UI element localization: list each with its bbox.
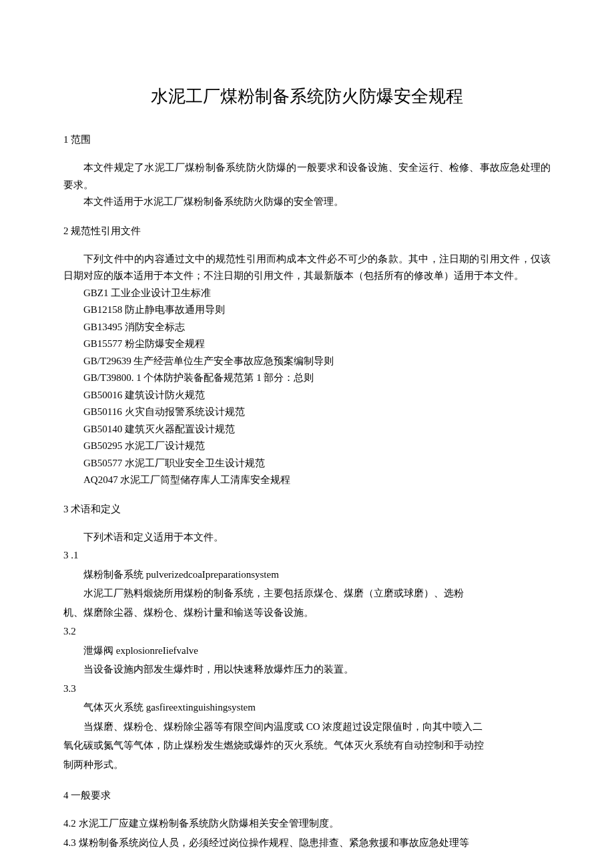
definition-3-1-term: 煤粉制备系统 pulverizedcoaIpreparationsystem bbox=[63, 565, 551, 584]
reference-item: GB/T29639 生产经营单位生产安全事故应急预案编制导则 bbox=[63, 353, 551, 370]
document-page: 水泥工厂煤粉制备系统防火防爆安全规程 1 范围 本文件规定了水泥工厂煤粉制备系统… bbox=[0, 0, 614, 868]
section-2-heading: 2 规范性引用文件 bbox=[63, 223, 551, 239]
definition-3-3-number: 3.3 bbox=[63, 679, 551, 699]
section-3-intro: 下列术语和定义适用于本文件。 bbox=[63, 529, 551, 546]
definition-3-2-term: 泄爆阀 explosionreIiefvalve bbox=[63, 641, 551, 661]
definition-3-2-desc: 当设备设施内部发生爆炸时，用以快速释放爆炸压力的装置。 bbox=[63, 660, 551, 679]
document-title: 水泥工厂煤粉制备系统防火防爆安全规程 bbox=[63, 85, 551, 108]
definition-3-3-desc: 当煤磨、煤粉仓、煤粉除尘器等有限空间内温度或 CO 浓度超过设定限值时，向其中喷… bbox=[63, 717, 551, 737]
section-4-heading: 4 一般要求 bbox=[63, 787, 551, 803]
reference-item: AQ2047 水泥工厂筒型储存库人工清库安全规程 bbox=[63, 472, 551, 489]
reference-item: GB50295 水泥工厂设计规范 bbox=[63, 438, 551, 455]
section-4-item-1: 4.2 水泥工厂应建立煤粉制备系统防火防爆相关安全管理制度。 bbox=[63, 814, 551, 833]
reference-item: GB50140 建筑灭火器配置设计规范 bbox=[63, 421, 551, 438]
section-2-intro: 下列文件中的内容通过文中的规范性引用而构成本文件必不可少的条款。其中，注日期的引… bbox=[63, 251, 551, 285]
reference-item: GBZ1 工业企业设计卫生标准 bbox=[63, 285, 551, 302]
reference-item: GB13495 消防安全标志 bbox=[63, 319, 551, 336]
definition-3-3-term: 气体灭火系统 gasfireextinguishingsystem bbox=[63, 698, 551, 717]
reference-item: GB50116 火灾自动报警系统设计规范 bbox=[63, 404, 551, 421]
section-1-heading: 1 范围 bbox=[63, 131, 551, 147]
section-1-para-2: 本文件适用于水泥工厂煤粉制备系统防火防爆的安全管理。 bbox=[63, 193, 551, 211]
section-3-heading: 3 术语和定义 bbox=[63, 501, 551, 517]
definition-3-1-desc-cont: 机、煤磨除尘器、煤粉仓、煤粉计量和输送等设备设施。 bbox=[63, 603, 551, 622]
definition-3-1-number: 3 .1 bbox=[63, 546, 551, 565]
definition-3-3-desc-cont2: 制两种形式。 bbox=[63, 755, 551, 775]
definition-3-2-number: 3.2 bbox=[63, 622, 551, 641]
reference-item: GB12158 防止静电事故通用导则 bbox=[63, 302, 551, 319]
reference-item: GB50016 建筑设计防火规范 bbox=[63, 387, 551, 404]
definition-3-3-desc-cont: 氧化碳或氮气等气体，防止煤粉发生燃烧或爆炸的灭火系统。气体灭火系统有自动控制和手… bbox=[63, 736, 551, 755]
section-4-item-2: 4.3 煤粉制备系统岗位人员，必须经过岗位操作规程、隐患排查、紧急救援和事故应急… bbox=[63, 833, 551, 853]
section-1-para-1: 本文件规定了水泥工厂煤粉制备系统防火防爆的一般要求和设备设施、安全运行、检修、事… bbox=[63, 159, 551, 193]
definition-3-1-desc: 水泥工厂熟料煅烧所用煤粉的制备系统，主要包括原煤仓、煤磨（立磨或球磨）、选粉 bbox=[63, 584, 551, 603]
reference-item: GB15577 粉尘防爆安全规程 bbox=[63, 336, 551, 353]
reference-item: GB50577 水泥工厂职业安全卫生设计规范 bbox=[63, 455, 551, 472]
reference-item: GB/T39800. 1 个体防护装备配备规范第 1 部分：总则 bbox=[63, 370, 551, 387]
